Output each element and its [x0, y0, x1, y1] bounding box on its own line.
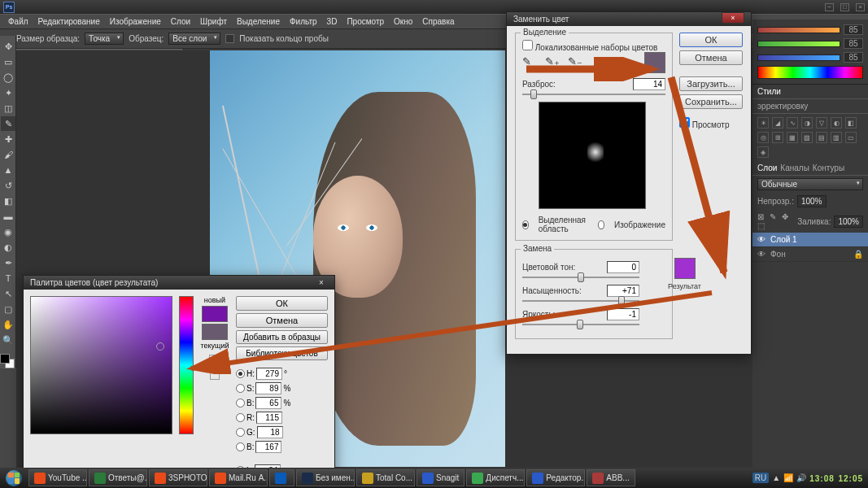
taskbar-item[interactable]: Total Co...: [356, 469, 415, 486]
radio-g[interactable]: [236, 428, 245, 437]
load-button[interactable]: Загрузить...: [679, 76, 743, 91]
sample-size-dropdown[interactable]: Точка: [85, 33, 124, 45]
menu-layers[interactable]: Слои: [166, 15, 195, 28]
lasso-tool-icon[interactable]: ◯: [1, 70, 15, 85]
tray-flag-icon[interactable]: ▲: [772, 473, 780, 482]
menu-image[interactable]: Изображение: [105, 15, 166, 28]
eyedropper-subtract-icon[interactable]: ✎₋: [568, 55, 582, 70]
menu-filter[interactable]: Фильтр: [285, 15, 322, 28]
taskbar-item[interactable]: Без имен...: [296, 469, 355, 486]
color-ramp[interactable]: [757, 66, 863, 79]
radio-h[interactable]: [236, 369, 245, 378]
radio-b[interactable]: [236, 399, 245, 407]
tray-network-icon[interactable]: 📶: [783, 473, 793, 482]
color-libraries-button[interactable]: Библиотеки цветов: [236, 346, 328, 360]
tab-styles[interactable]: Стили: [757, 87, 781, 96]
stamp-tool-icon[interactable]: ▲: [1, 163, 15, 177]
b-input[interactable]: [255, 441, 281, 453]
add-swatch-button[interactable]: Добавить в образцы: [236, 330, 328, 344]
fuzziness-slider[interactable]: [522, 94, 665, 95]
radio-s[interactable]: [236, 384, 245, 393]
saturation-slider[interactable]: [522, 300, 639, 302]
menu-help[interactable]: Справка: [417, 15, 459, 28]
color-field[interactable]: [30, 296, 172, 434]
eraser-tool-icon[interactable]: ◧: [1, 194, 15, 208]
adj-curves-icon[interactable]: ∿: [787, 117, 798, 129]
adj-lookup-icon[interactable]: ▦: [787, 132, 798, 143]
start-button[interactable]: [0, 468, 28, 488]
adj-hue-icon[interactable]: ◐: [831, 117, 842, 129]
menu-type[interactable]: Шрифт: [195, 15, 232, 28]
g-input[interactable]: [257, 426, 283, 438]
tab-channels[interactable]: Каналы: [780, 163, 809, 172]
lightness-input[interactable]: [607, 308, 639, 320]
maximize-button[interactable]: □: [840, 3, 849, 11]
taskbar-item[interactable]: Ответы@...: [89, 469, 147, 486]
taskbar-item[interactable]: ABB...: [587, 469, 635, 486]
preview-checkbox[interactable]: [679, 117, 690, 128]
dialog-close-button[interactable]: ×: [722, 12, 744, 24]
save-button[interactable]: Сохранить...: [679, 94, 743, 109]
layer-visibility-icon[interactable]: 👁: [757, 250, 767, 259]
adj-exposure-icon[interactable]: ◑: [801, 117, 813, 129]
adj-gradient-map-icon[interactable]: ▭: [845, 132, 857, 143]
show-ring-checkbox[interactable]: [225, 34, 234, 43]
blend-mode-dropdown[interactable]: Обычные: [757, 178, 863, 190]
adj-selective-icon[interactable]: ◈: [757, 146, 769, 158]
hue-input[interactable]: [607, 261, 639, 273]
taskbar-item[interactable]: 3SPHOTO...: [149, 469, 207, 486]
layer-row-1[interactable]: 👁 Слой 1: [752, 233, 868, 247]
adj-vibrance-icon[interactable]: ▽: [816, 117, 827, 129]
hue-slider[interactable]: [522, 277, 639, 278]
s-input[interactable]: [255, 382, 281, 394]
saturation-input[interactable]: [607, 285, 639, 297]
adj-photo-filter-icon[interactable]: ◎: [757, 132, 769, 143]
dialog-close-button[interactable]: ×: [315, 278, 328, 287]
adj-brightness-icon[interactable]: ☀: [757, 117, 769, 129]
taskbar-item[interactable]: Диспетч...: [466, 469, 525, 486]
h-input[interactable]: [256, 368, 282, 380]
dodge-tool-icon[interactable]: ◐: [1, 240, 15, 255]
blur-tool-icon[interactable]: ◉: [1, 224, 15, 239]
color-swatches[interactable]: [0, 354, 15, 368]
taskbar-item[interactable]: YouTube ...: [28, 469, 87, 486]
radio-image[interactable]: [598, 220, 604, 229]
adj-mixer-icon[interactable]: ⊞: [772, 132, 783, 143]
lightness-slider[interactable]: [522, 324, 639, 325]
zoom-tool-icon[interactable]: 🔍: [1, 333, 15, 347]
menu-3d[interactable]: 3D: [322, 15, 342, 28]
sample-dropdown[interactable]: Все слои: [168, 33, 220, 45]
eyedropper-add-icon[interactable]: ✎₊: [545, 55, 560, 70]
adj-bw-icon[interactable]: ◧: [845, 117, 857, 129]
minimize-button[interactable]: −: [825, 3, 834, 11]
menu-file[interactable]: Файл: [3, 15, 33, 28]
gradient-tool-icon[interactable]: ▬: [1, 209, 15, 224]
adj-invert-icon[interactable]: ▨: [801, 132, 813, 143]
tray-volume-icon[interactable]: 🔊: [796, 473, 806, 482]
fill-field[interactable]: 100%: [834, 216, 863, 228]
adj-levels-icon[interactable]: ◢: [772, 117, 783, 129]
taskbar-item[interactable]: Snagit: [417, 469, 465, 486]
clock[interactable]: 13:08 12:05: [809, 473, 863, 483]
layer-visibility-icon[interactable]: 👁: [757, 235, 767, 244]
tab-layers[interactable]: Слои: [757, 163, 777, 172]
shape-tool-icon[interactable]: ▢: [1, 302, 15, 316]
move-tool-icon[interactable]: ✥: [1, 39, 15, 54]
hand-tool-icon[interactable]: ✋: [1, 317, 15, 332]
crop-tool-icon[interactable]: ◫: [1, 101, 15, 115]
r-input[interactable]: [256, 412, 282, 424]
path-tool-icon[interactable]: ↖: [1, 286, 15, 301]
wand-tool-icon[interactable]: ✦: [1, 85, 15, 100]
marquee-tool-icon[interactable]: ▭: [1, 54, 15, 69]
tab-paths[interactable]: Контуры: [813, 163, 844, 172]
layer-row-bg[interactable]: 👁 Фон 🔒: [752, 247, 868, 262]
close-button[interactable]: ×: [856, 3, 865, 11]
menu-edit[interactable]: Редактирование: [33, 15, 105, 28]
eyedropper-icon[interactable]: ✎: [522, 55, 537, 70]
menu-view[interactable]: Просмотр: [342, 15, 389, 28]
radio-r[interactable]: [236, 413, 245, 422]
ok-button[interactable]: ОК: [679, 33, 743, 47]
ok-button[interactable]: ОК: [236, 296, 328, 311]
tab-adjustments[interactable]: эрректировку: [757, 102, 808, 111]
history-brush-icon[interactable]: ↺: [1, 178, 15, 193]
